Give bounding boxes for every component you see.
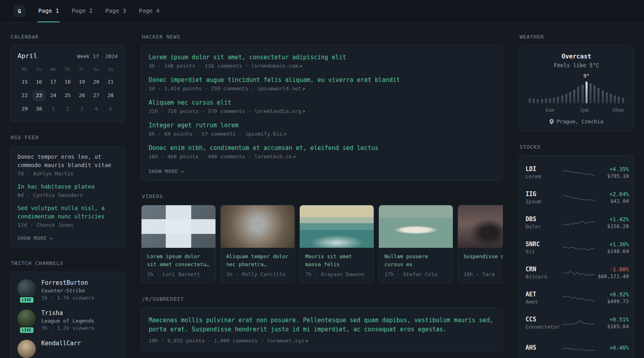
stock-row[interactable]: CCSConsectetur +0.51%$165.84 [526, 310, 627, 335]
rss-item-link[interactable]: Sed volutpat nulla nisl, a condimentum n… [17, 204, 118, 221]
hn-meta-text: 6h · 60 points · 57 comments · [149, 131, 242, 137]
weather-hour-bar [557, 97, 559, 103]
twitch-channel-link[interactable]: Trisha [41, 309, 94, 317]
calendar-section: CALENDAR April Week 17·2024 MoTuWeThFrSa… [10, 34, 125, 122]
video-title-link[interactable]: Mauris sit amet massa felis [305, 253, 368, 268]
weather-location-text: Prague, Czechia [557, 119, 603, 125]
reddit-post-meta: 19h · 9,932 points · 1,090 comments · lo… [149, 338, 495, 344]
app-logo[interactable]: G [14, 5, 25, 17]
calendar-weekday-row: MoTuWeThFrSaSu [17, 67, 118, 72]
hn-story-link[interactable]: Integer eget rutrum lorem [149, 122, 495, 129]
stock-change: +4.35% [596, 166, 629, 172]
stock-ticker: LDI [526, 165, 562, 173]
hn-item: Lorem ipsum dolor sit amet, consectetur … [149, 54, 495, 69]
weather-hour-bar [606, 92, 608, 103]
live-badge: LIVE [19, 296, 34, 304]
dot-separator: · [101, 53, 104, 59]
stock-row[interactable]: DBSDolor +1.42%$156.28 [526, 210, 627, 235]
stock-sparkline [562, 317, 596, 329]
video-thumbnail[interactable] [142, 205, 215, 248]
hn-story-link[interactable]: Lorem ipsum dolor sit amet, consectetur … [149, 54, 495, 61]
reddit-post-link[interactable]: Maecenas mollis pulvinar erat non posuer… [149, 316, 495, 335]
stock-row[interactable]: AHS +0.46% [526, 335, 627, 358]
weather-hour-bar: 9° [586, 82, 588, 103]
weather-hour-bar [614, 95, 616, 103]
twitch-channel-link[interactable]: KendallCarr [41, 340, 81, 347]
topbar: G Page 1 Page 2 Page 3 Page 4 [0, 0, 644, 23]
rss-item-link[interactable]: Donec tempor eros leo, ut commodo mauris… [17, 153, 118, 169]
video-title-link[interactable]: Suspendisse diam [464, 253, 503, 268]
stock-row[interactable]: SNRCSit +1.36%$148.64 [526, 235, 627, 260]
video-card-body: Aliquam tempor dolor nec pharetra… 1h · … [221, 248, 295, 283]
tab-page-4[interactable]: Page 4 [138, 0, 160, 22]
hn-story-link[interactable]: Aliquam nec cursus elit [149, 99, 495, 106]
weather-section: WEATHER Overcast Feels like 5°C 9° 6am 2… [519, 34, 634, 131]
stock-price: $42.04 [596, 198, 629, 204]
weather-hour-bar [529, 98, 531, 103]
hn-story-meta: 21h · 710 points · 579 comments · loreml… [149, 108, 495, 114]
stock-price: $66,171.48 [596, 273, 629, 279]
avatar[interactable] [17, 279, 36, 298]
weather-condition: Overcast [527, 53, 626, 60]
calendar-week-year: Week 17·2024 [77, 53, 118, 59]
hn-story-link[interactable]: Donec enim nibh, condimentum et accumsan… [149, 144, 495, 152]
video-thumbnail[interactable] [300, 205, 374, 248]
twitch-channel-link[interactable]: ForrestBurton [41, 279, 94, 286]
weather-hour-bar [573, 90, 575, 103]
video-meta: 1h · Molly Carrillo [226, 271, 289, 277]
calendar-weekday: Fr [75, 67, 89, 72]
show-more-button[interactable]: SHOW MORE [149, 168, 184, 174]
weather-hour-bar [541, 99, 543, 103]
calendar-weekday: We [46, 67, 60, 72]
stocks-section: STOCKS LDILorem +4.35%$795.18 IIGIpsum +… [519, 144, 634, 358]
weather-axis-label: 6am [545, 107, 554, 113]
video-title-link[interactable]: Nullam posuere cursus ex [384, 253, 447, 268]
hn-domain-link[interactable]: loremlandia.org [254, 108, 301, 114]
external-link-icon: ↗ [305, 338, 308, 344]
stock-change: +0.46% [596, 344, 629, 351]
hn-item: Integer eget rutrum lorem 6h · 60 points… [149, 122, 495, 137]
calendar-day-grid: 1516171819202122232425262728293012345 [17, 77, 118, 114]
stock-row[interactable]: AETAmet +0.92%$499.72 [526, 285, 627, 310]
show-more-button[interactable]: SHOW MORE [17, 235, 52, 241]
video-card-body: Lorem ipsum dolor sit amet consectetu… 1… [142, 248, 215, 283]
chevron-down-icon [181, 169, 184, 172]
calendar-day: 27 [90, 90, 102, 101]
rss-item: Sed volutpat nulla nisl, a condimentum n… [17, 204, 118, 228]
video-thumbnail[interactable] [379, 205, 453, 248]
calendar-week: Week 17 [77, 53, 99, 59]
left-column: CALENDAR April Week 17·2024 MoTuWeThFrSa… [10, 34, 125, 358]
twitch-game: League of Legends [41, 318, 94, 324]
hn-domain-link[interactable]: ipsumworld.net [258, 86, 301, 91]
weather-axis: 6am 2pm 10pm [527, 107, 626, 114]
twitch-widget: LIVE ForrestBurton Counter-Strike 1h · 1… [10, 272, 125, 358]
hn-domain-link[interactable]: loremdomain.com [251, 63, 298, 69]
rss-item-link[interactable]: In hac habitasse platea [17, 183, 118, 191]
page-tabs: Page 1 Page 2 Page 3 Page 4 [37, 0, 172, 22]
hn-domain-link[interactable]: ipsumify.biz [245, 131, 283, 137]
avatar[interactable] [17, 309, 36, 328]
avatar[interactable] [17, 340, 36, 358]
hn-meta-text: 21h · 710 points · 579 comments · [149, 108, 251, 114]
stock-row[interactable]: LDILorem +4.35%$795.18 [526, 160, 627, 185]
reddit-domain-link[interactable]: loremnet.xyz [267, 338, 304, 344]
tab-page-3[interactable]: Page 3 [105, 0, 127, 22]
subreddit-section: /R/SUBREDDIT Maecenas mollis pulvinar er… [141, 296, 503, 352]
calendar-day: 18 [62, 77, 74, 87]
tab-page-2[interactable]: Page 2 [71, 0, 93, 22]
video-title-link[interactable]: Aliquam tempor dolor nec pharetra… [226, 253, 289, 268]
hn-story-link[interactable]: Donec imperdiet augue tincidunt felis al… [149, 76, 495, 84]
calendar-weekday: Tu [32, 67, 46, 72]
video-title-link[interactable]: Lorem ipsum dolor sit amet consectetu… [147, 253, 210, 268]
weather-hour-bar [533, 99, 535, 103]
reddit-meta-text: 19h · 9,932 points · 1,090 comments · [149, 338, 264, 344]
stock-row[interactable]: CRNBitcorn -1.00%$66,171.48 [526, 260, 627, 285]
calendar-day: 15 [19, 77, 31, 87]
video-thumbnail[interactable] [221, 205, 295, 248]
weather-axis-label: 2pm [580, 107, 589, 113]
tab-page-1[interactable]: Page 1 [37, 0, 60, 22]
video-thumbnail[interactable] [458, 205, 503, 248]
calendar-section-title: CALENDAR [11, 34, 125, 40]
stock-row[interactable]: IIGIpsum +2.84%$42.04 [526, 185, 627, 210]
hn-domain-link[interactable]: loremtech.co [254, 154, 292, 160]
